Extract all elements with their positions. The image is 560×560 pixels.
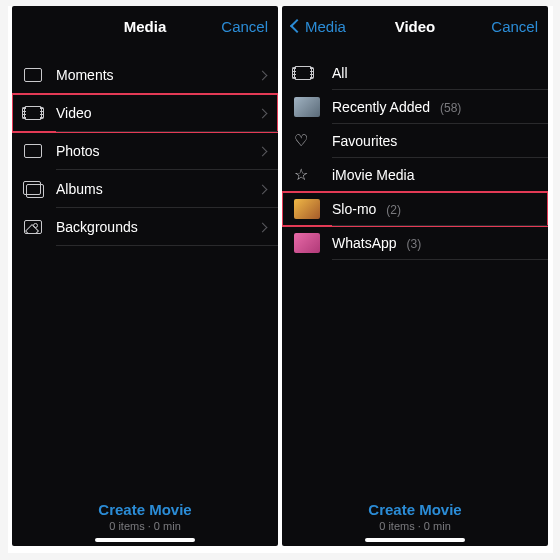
- footer-meta: 0 items · 0 min: [282, 520, 548, 532]
- nav-title: Media: [92, 18, 198, 35]
- row-recently-added[interactable]: Recently Added (58): [282, 90, 548, 124]
- row-label: Favourites: [328, 133, 536, 149]
- home-indicator[interactable]: [95, 538, 195, 542]
- create-movie-button[interactable]: Create Movie: [12, 501, 278, 518]
- footer: Create Movie 0 items · 0 min: [282, 501, 548, 532]
- chevron-right-icon: [258, 70, 268, 80]
- chevron-right-icon: [258, 222, 268, 232]
- back-button[interactable]: Media: [292, 18, 362, 35]
- row-backgrounds[interactable]: Backgrounds: [12, 208, 278, 246]
- navbar: Media Video Cancel: [282, 6, 548, 46]
- row-count: (58): [440, 101, 461, 115]
- video-albums-list: All Recently Added (58) ♡ Favourites ☆ i…: [282, 56, 548, 260]
- photos-icon: [24, 144, 52, 158]
- heart-icon: ♡: [294, 133, 328, 149]
- backgrounds-icon: [24, 220, 52, 234]
- back-label: Media: [305, 18, 346, 35]
- star-icon: ☆: [294, 167, 328, 183]
- row-photos[interactable]: Photos: [12, 132, 278, 170]
- row-label: Video: [52, 105, 259, 121]
- row-label: Albums: [52, 181, 259, 197]
- row-count: (3): [406, 237, 421, 251]
- row-label: iMovie Media: [328, 167, 536, 183]
- footer: Create Movie 0 items · 0 min: [12, 501, 278, 532]
- chevron-right-icon: [258, 146, 268, 156]
- cancel-button[interactable]: Cancel: [198, 18, 268, 35]
- film-icon: [294, 66, 328, 80]
- media-categories-list: Moments Video Photos Albums Backgrou: [12, 56, 278, 246]
- moments-icon: [24, 68, 52, 82]
- thumbnail: [294, 97, 328, 117]
- row-label: All: [328, 65, 536, 81]
- navbar: Media Cancel: [12, 6, 278, 46]
- row-label: Recently Added (58): [328, 99, 536, 115]
- thumbnail: [294, 233, 328, 253]
- thumbnail: [294, 199, 328, 219]
- chevron-right-icon: [258, 108, 268, 118]
- row-moments[interactable]: Moments: [12, 56, 278, 94]
- row-slo-mo[interactable]: Slo-mo (2): [282, 192, 548, 226]
- footer-meta: 0 items · 0 min: [12, 520, 278, 532]
- row-label: Slo-mo (2): [328, 201, 536, 217]
- screen-video: Media Video Cancel All Recently Added (5…: [282, 6, 548, 546]
- row-count: (2): [386, 203, 401, 217]
- row-label: Photos: [52, 143, 259, 159]
- row-video[interactable]: Video: [12, 94, 278, 132]
- cancel-button[interactable]: Cancel: [468, 18, 538, 35]
- row-all[interactable]: All: [282, 56, 548, 90]
- row-label: Moments: [52, 67, 259, 83]
- row-whatsapp[interactable]: WhatsApp (3): [282, 226, 548, 260]
- row-favourites[interactable]: ♡ Favourites: [282, 124, 548, 158]
- row-albums[interactable]: Albums: [12, 170, 278, 208]
- albums-icon: [24, 182, 52, 196]
- chevron-left-icon: [290, 19, 304, 33]
- create-movie-button[interactable]: Create Movie: [282, 501, 548, 518]
- row-label: WhatsApp (3): [328, 235, 536, 251]
- video-icon: [24, 106, 52, 120]
- row-imovie-media[interactable]: ☆ iMovie Media: [282, 158, 548, 192]
- home-indicator[interactable]: [365, 538, 465, 542]
- screen-media: Media Cancel Moments Video Photos A: [12, 6, 278, 546]
- row-label: Backgrounds: [52, 219, 259, 235]
- nav-title: Video: [362, 18, 468, 35]
- chevron-right-icon: [258, 184, 268, 194]
